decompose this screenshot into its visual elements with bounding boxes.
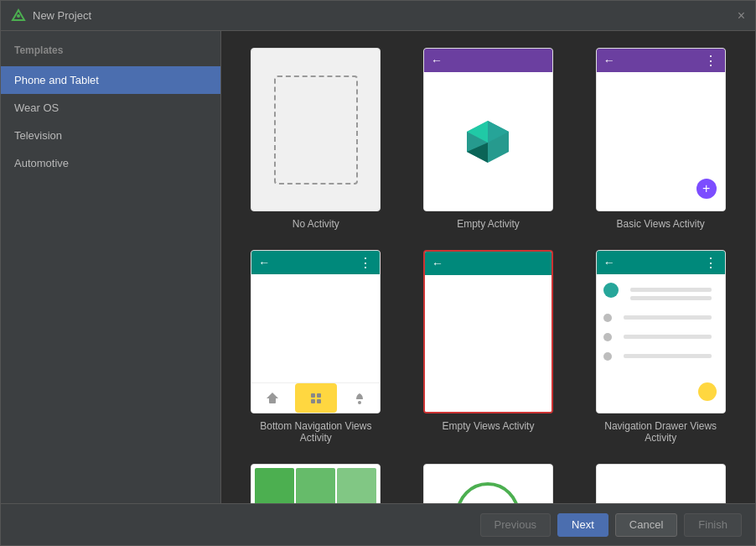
template-preview-nav-drawer: ← ⋮ (596, 250, 726, 413)
template-preview-empty-views: ← (423, 250, 553, 413)
nav-drawer-list (597, 274, 725, 371)
nav-item-1 (251, 383, 293, 413)
basic-views-bar: ← ⋮ (597, 49, 725, 72)
android-icon (463, 117, 513, 167)
template-label-no-activity: No Activity (293, 218, 339, 230)
nav-dot-3 (603, 333, 612, 341)
bottom-nav-body (251, 274, 380, 413)
nav-line-4 (624, 354, 712, 358)
next-button[interactable]: Next (557, 513, 608, 537)
template-basic-views[interactable]: ← ⋮ + Basic Views Activity (583, 48, 738, 230)
app-logo (11, 8, 26, 23)
nav-circle-1 (603, 283, 619, 298)
template-fullscreen[interactable]: Game Activity (583, 464, 738, 503)
nav-dot-4 (603, 352, 612, 361)
template-label-empty-views: Empty Views Activity (443, 420, 535, 432)
back-arrow-icon5: ← (603, 256, 615, 269)
nav-drawer-fab (698, 382, 717, 401)
nav-drawer-bar: ← ⋮ (597, 251, 725, 274)
svg-point-12 (358, 401, 361, 404)
template-nav-drawer[interactable]: ← ⋮ (583, 250, 738, 444)
nav-line-group1 (624, 283, 718, 304)
grid-cell-2 (296, 468, 335, 503)
back-arrow-icon: ← (431, 54, 443, 67)
template-game-activity[interactable]: Game Activity (238, 464, 394, 503)
empty-views-body (425, 275, 551, 412)
content-area: Templates Phone and Tablet Wear OS Telev… (1, 31, 755, 503)
grid-cell-1 (255, 468, 294, 503)
nav-line-1a (630, 288, 712, 292)
nav-line-2 (624, 315, 712, 320)
template-preview-no-activity (251, 48, 381, 211)
svg-rect-6 (269, 398, 276, 403)
nav-dot-2 (603, 314, 612, 322)
template-bottom-nav[interactable]: ← ⋮ (238, 250, 394, 444)
empty-activity-bar: ← (424, 49, 552, 72)
close-button[interactable]: × (738, 8, 745, 23)
home-icon (266, 392, 279, 405)
notifications-icon (353, 392, 366, 405)
nav-item-row4 (603, 350, 718, 362)
footer-bar: Previous Next Cancel Finish (1, 503, 755, 545)
basic-views-body: + (597, 72, 725, 211)
nav-item-row2 (603, 311, 718, 324)
template-preview-fullscreen (596, 464, 726, 503)
sidebar-item-phone-tablet[interactable]: Phone and Tablet (1, 66, 220, 94)
template-preview-bottom-nav: ← ⋮ (251, 250, 381, 413)
sidebar-section-title: Templates (1, 38, 220, 66)
nav-item-row3 (603, 330, 718, 343)
cpp-logo: C++ (454, 481, 521, 503)
empty-views-bar: ← (425, 252, 551, 275)
dashboard-icon (310, 393, 322, 404)
no-activity-dashed (274, 75, 358, 185)
template-no-activity[interactable]: No Activity (238, 48, 394, 230)
title-bar: New Project × (1, 1, 755, 31)
sidebar-item-wear-os[interactable]: Wear OS (1, 94, 220, 122)
previous-button[interactable]: Previous (480, 513, 551, 537)
bottom-nav-bar-top: ← ⋮ (251, 251, 380, 274)
finish-button[interactable]: Finish (684, 513, 742, 537)
svg-rect-11 (317, 399, 321, 403)
menu-dots-icon2: ⋮ (359, 255, 373, 271)
template-label-nav-drawer: Navigation Drawer Views Activity (596, 420, 726, 444)
template-label-empty-activity: Empty Activity (457, 218, 520, 230)
template-preview-cpp: C++ (423, 464, 553, 503)
template-empty-views[interactable]: ← Empty Views Activity (411, 250, 567, 444)
template-label-basic-views: Basic Views Activity (617, 218, 705, 230)
sidebar: Templates Phone and Tablet Wear OS Telev… (1, 31, 221, 503)
nav-line-3 (624, 335, 712, 339)
nav-item-row1 (603, 283, 718, 304)
svg-rect-10 (311, 399, 315, 403)
svg-marker-7 (267, 393, 278, 398)
menu-dots-icon3: ⋮ (704, 255, 718, 271)
template-label-bottom-nav: Bottom Navigation Views Activity (251, 420, 381, 444)
svg-rect-8 (311, 393, 315, 398)
back-arrow-icon4: ← (432, 257, 443, 270)
nav-item-2 (295, 383, 337, 413)
fab-icon: + (696, 179, 717, 199)
gamepad-icon (631, 493, 690, 503)
grid-cell-3 (337, 468, 376, 503)
new-project-window: New Project × Templates Phone and Tablet… (0, 0, 756, 546)
sidebar-item-television[interactable]: Television (1, 122, 220, 149)
grid-cells (251, 465, 380, 503)
menu-dots-icon: ⋮ (704, 53, 718, 69)
template-preview-empty-activity: ← (423, 48, 553, 211)
svg-point-1 (17, 14, 20, 18)
cancel-button[interactable]: Cancel (615, 513, 677, 537)
template-preview-game (251, 464, 381, 503)
templates-grid: No Activity ← (238, 48, 738, 503)
nav-item-3 (339, 383, 381, 413)
bottom-navigation-bar (251, 382, 380, 413)
sidebar-item-automotive[interactable]: Automotive (1, 149, 220, 177)
templates-grid-area: No Activity ← (221, 31, 755, 503)
grid-activity-bg (251, 465, 380, 503)
back-arrow-icon2: ← (603, 54, 615, 67)
template-preview-basic-views: ← ⋮ + (596, 48, 726, 211)
nav-line-1b (630, 296, 712, 300)
window-title: New Project (33, 9, 91, 22)
empty-activity-body (424, 72, 552, 211)
template-native-cpp[interactable]: C++ Native C++ (411, 464, 567, 503)
nav-drawer-body (597, 274, 725, 413)
template-empty-activity[interactable]: ← Empty Activity (411, 48, 567, 230)
